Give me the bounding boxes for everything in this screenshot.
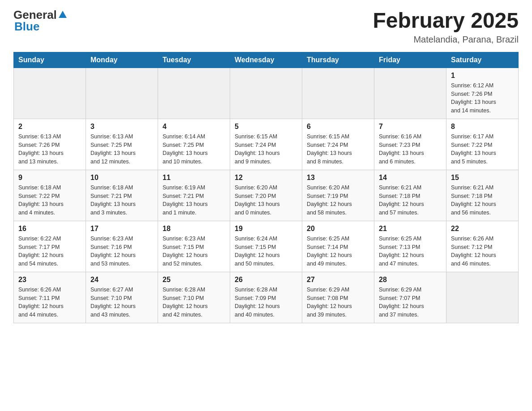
day-number: 10 <box>90 174 153 182</box>
calendar-cell <box>14 68 86 119</box>
calendar-cell: 7Sunrise: 6:16 AM Sunset: 7:23 PM Daylig… <box>374 119 446 170</box>
day-number: 19 <box>235 225 297 233</box>
location-text: Matelandia, Parana, Brazil <box>373 34 519 45</box>
header-wednesday: Wednesday <box>230 52 302 68</box>
day-info: Sunrise: 6:18 AM Sunset: 7:21 PM Dayligh… <box>90 184 153 217</box>
calendar-cell: 10Sunrise: 6:18 AM Sunset: 7:21 PM Dayli… <box>86 170 158 221</box>
day-number: 15 <box>451 174 514 182</box>
day-info: Sunrise: 6:15 AM Sunset: 7:24 PM Dayligh… <box>235 133 297 166</box>
day-info: Sunrise: 6:15 AM Sunset: 7:24 PM Dayligh… <box>307 133 369 166</box>
day-info: Sunrise: 6:13 AM Sunset: 7:26 PM Dayligh… <box>18 133 81 166</box>
header-sunday: Sunday <box>14 52 86 68</box>
calendar-cell: 16Sunrise: 6:22 AM Sunset: 7:17 PM Dayli… <box>14 221 86 272</box>
page-header: General Blue February 2025 Matelandia, P… <box>13 9 519 45</box>
day-number: 17 <box>90 225 153 233</box>
calendar-cell <box>230 68 302 119</box>
day-info: Sunrise: 6:17 AM Sunset: 7:22 PM Dayligh… <box>451 133 514 166</box>
logo-triangle-icon <box>58 10 68 20</box>
calendar-cell: 5Sunrise: 6:15 AM Sunset: 7:24 PM Daylig… <box>230 119 302 170</box>
day-number: 25 <box>163 276 225 284</box>
calendar-cell: 13Sunrise: 6:20 AM Sunset: 7:19 PM Dayli… <box>302 170 374 221</box>
day-number: 5 <box>235 123 297 131</box>
day-info: Sunrise: 6:26 AM Sunset: 7:11 PM Dayligh… <box>18 286 81 319</box>
day-number: 27 <box>307 276 369 284</box>
calendar-cell: 1Sunrise: 6:12 AM Sunset: 7:26 PM Daylig… <box>446 68 519 119</box>
calendar-cell: 21Sunrise: 6:25 AM Sunset: 7:13 PM Dayli… <box>374 221 446 272</box>
calendar-cell: 11Sunrise: 6:19 AM Sunset: 7:21 PM Dayli… <box>158 170 230 221</box>
month-title: February 2025 <box>373 9 519 33</box>
calendar-cell: 24Sunrise: 6:27 AM Sunset: 7:10 PM Dayli… <box>86 272 158 323</box>
day-number: 12 <box>235 174 297 182</box>
calendar-cell: 6Sunrise: 6:15 AM Sunset: 7:24 PM Daylig… <box>302 119 374 170</box>
calendar-week-row: 1Sunrise: 6:12 AM Sunset: 7:26 PM Daylig… <box>14 68 519 119</box>
calendar-header-row: Sunday Monday Tuesday Wednesday Thursday… <box>14 52 519 68</box>
day-info: Sunrise: 6:12 AM Sunset: 7:26 PM Dayligh… <box>451 81 514 115</box>
calendar-cell: 19Sunrise: 6:24 AM Sunset: 7:15 PM Dayli… <box>230 221 302 272</box>
calendar-cell: 12Sunrise: 6:20 AM Sunset: 7:20 PM Dayli… <box>230 170 302 221</box>
calendar-cell <box>374 68 446 119</box>
day-number: 3 <box>90 123 153 131</box>
header-friday: Friday <box>374 52 446 68</box>
calendar-cell: 17Sunrise: 6:23 AM Sunset: 7:16 PM Dayli… <box>86 221 158 272</box>
day-info: Sunrise: 6:27 AM Sunset: 7:10 PM Dayligh… <box>90 286 153 319</box>
day-info: Sunrise: 6:23 AM Sunset: 7:15 PM Dayligh… <box>163 235 225 268</box>
calendar-week-row: 9Sunrise: 6:18 AM Sunset: 7:22 PM Daylig… <box>14 170 519 221</box>
calendar-cell: 15Sunrise: 6:21 AM Sunset: 7:18 PM Dayli… <box>446 170 519 221</box>
day-info: Sunrise: 6:18 AM Sunset: 7:22 PM Dayligh… <box>18 184 81 217</box>
calendar-week-row: 2Sunrise: 6:13 AM Sunset: 7:26 PM Daylig… <box>14 119 519 170</box>
calendar-cell: 3Sunrise: 6:13 AM Sunset: 7:25 PM Daylig… <box>86 119 158 170</box>
day-number: 21 <box>379 225 442 233</box>
day-info: Sunrise: 6:21 AM Sunset: 7:18 PM Dayligh… <box>379 184 442 217</box>
header-saturday: Saturday <box>446 52 519 68</box>
calendar-cell <box>86 68 158 119</box>
calendar-cell: 20Sunrise: 6:25 AM Sunset: 7:14 PM Dayli… <box>302 221 374 272</box>
day-number: 22 <box>451 225 514 233</box>
day-info: Sunrise: 6:14 AM Sunset: 7:25 PM Dayligh… <box>163 133 225 166</box>
day-number: 18 <box>163 225 225 233</box>
day-info: Sunrise: 6:19 AM Sunset: 7:21 PM Dayligh… <box>163 184 225 217</box>
day-info: Sunrise: 6:25 AM Sunset: 7:13 PM Dayligh… <box>379 235 442 268</box>
day-number: 14 <box>379 174 442 182</box>
day-info: Sunrise: 6:22 AM Sunset: 7:17 PM Dayligh… <box>18 235 81 268</box>
day-number: 24 <box>90 276 153 284</box>
calendar-cell: 2Sunrise: 6:13 AM Sunset: 7:26 PM Daylig… <box>14 119 86 170</box>
day-number: 23 <box>18 276 81 284</box>
day-info: Sunrise: 6:20 AM Sunset: 7:19 PM Dayligh… <box>307 184 369 217</box>
day-number: 1 <box>451 72 514 80</box>
day-info: Sunrise: 6:28 AM Sunset: 7:10 PM Dayligh… <box>163 286 225 319</box>
calendar-cell: 28Sunrise: 6:29 AM Sunset: 7:07 PM Dayli… <box>374 272 446 323</box>
day-info: Sunrise: 6:29 AM Sunset: 7:07 PM Dayligh… <box>379 286 442 319</box>
calendar-cell: 9Sunrise: 6:18 AM Sunset: 7:22 PM Daylig… <box>14 170 86 221</box>
day-info: Sunrise: 6:16 AM Sunset: 7:23 PM Dayligh… <box>379 133 442 166</box>
calendar-table: Sunday Monday Tuesday Wednesday Thursday… <box>13 52 519 323</box>
logo: General Blue <box>13 9 69 32</box>
calendar-cell: 23Sunrise: 6:26 AM Sunset: 7:11 PM Dayli… <box>14 272 86 323</box>
day-info: Sunrise: 6:21 AM Sunset: 7:18 PM Dayligh… <box>451 184 514 217</box>
header-tuesday: Tuesday <box>158 52 230 68</box>
calendar-cell: 26Sunrise: 6:28 AM Sunset: 7:09 PM Dayli… <box>230 272 302 323</box>
logo-general-text: General <box>13 9 57 21</box>
calendar-cell: 25Sunrise: 6:28 AM Sunset: 7:10 PM Dayli… <box>158 272 230 323</box>
day-info: Sunrise: 6:20 AM Sunset: 7:20 PM Dayligh… <box>235 184 297 217</box>
day-info: Sunrise: 6:24 AM Sunset: 7:15 PM Dayligh… <box>235 235 297 268</box>
day-number: 7 <box>379 123 442 131</box>
day-number: 20 <box>307 225 369 233</box>
calendar-cell <box>302 68 374 119</box>
calendar-cell: 4Sunrise: 6:14 AM Sunset: 7:25 PM Daylig… <box>158 119 230 170</box>
calendar-cell <box>158 68 230 119</box>
calendar-cell: 14Sunrise: 6:21 AM Sunset: 7:18 PM Dayli… <box>374 170 446 221</box>
day-info: Sunrise: 6:23 AM Sunset: 7:16 PM Dayligh… <box>90 235 153 268</box>
header-thursday: Thursday <box>302 52 374 68</box>
calendar-week-row: 23Sunrise: 6:26 AM Sunset: 7:11 PM Dayli… <box>14 272 519 323</box>
svg-marker-0 <box>59 11 67 18</box>
day-number: 16 <box>18 225 81 233</box>
day-info: Sunrise: 6:25 AM Sunset: 7:14 PM Dayligh… <box>307 235 369 268</box>
calendar-cell: 8Sunrise: 6:17 AM Sunset: 7:22 PM Daylig… <box>446 119 519 170</box>
day-number: 13 <box>307 174 369 182</box>
calendar-cell <box>446 272 519 323</box>
day-info: Sunrise: 6:29 AM Sunset: 7:08 PM Dayligh… <box>307 286 369 319</box>
day-number: 4 <box>163 123 225 131</box>
calendar-cell: 22Sunrise: 6:26 AM Sunset: 7:12 PM Dayli… <box>446 221 519 272</box>
title-block: February 2025 Matelandia, Parana, Brazil <box>373 9 519 45</box>
day-number: 26 <box>235 276 297 284</box>
